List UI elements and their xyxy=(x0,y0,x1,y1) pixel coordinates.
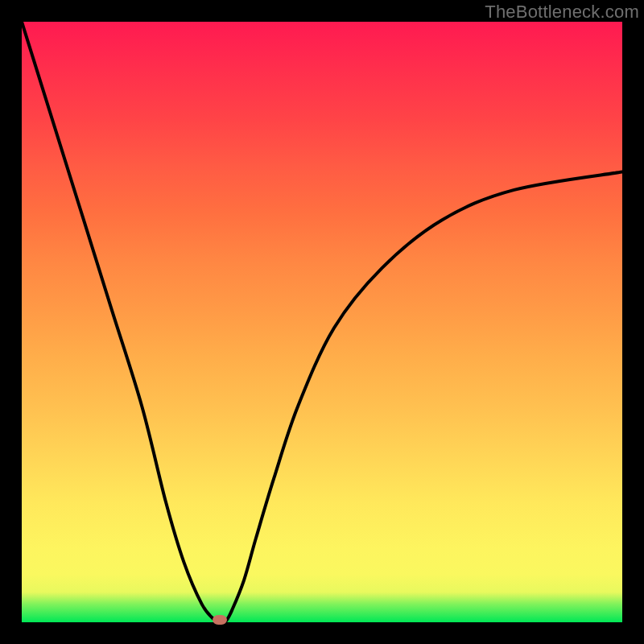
bottleneck-curve xyxy=(22,22,622,622)
watermark-text: TheBottleneck.com xyxy=(485,2,639,23)
optimal-point-marker xyxy=(213,615,227,625)
chart-frame: TheBottleneck.com xyxy=(0,0,644,644)
plot-area xyxy=(22,22,622,622)
